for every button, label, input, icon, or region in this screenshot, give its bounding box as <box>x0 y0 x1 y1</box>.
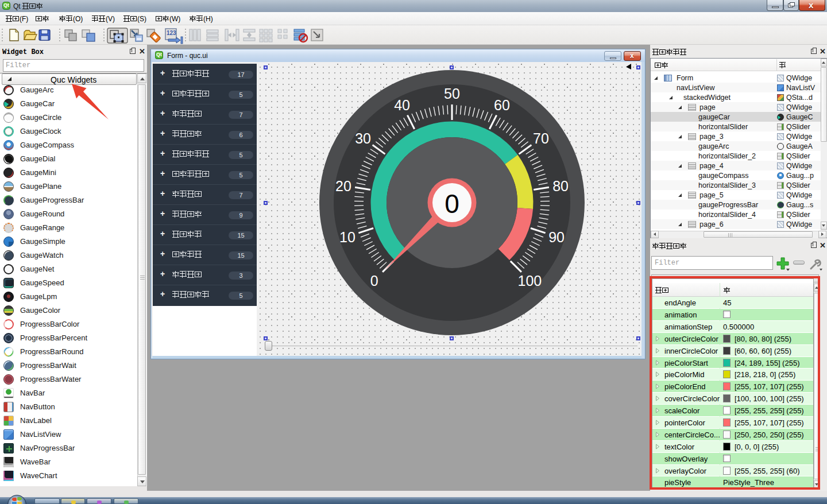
svg-text:0: 0 <box>445 189 459 219</box>
svg-text:70: 70 <box>532 130 548 146</box>
svg-text:50: 50 <box>444 85 460 101</box>
svg-text:80: 80 <box>552 178 569 194</box>
svg-text:123: 123 <box>167 30 176 36</box>
svg-text:30: 30 <box>355 130 371 146</box>
svg-text:0: 0 <box>370 273 378 289</box>
svg-text:20: 20 <box>335 178 351 194</box>
svg-text:40: 40 <box>394 97 410 113</box>
svg-text:90: 90 <box>548 229 565 245</box>
svg-text:10: 10 <box>339 229 355 245</box>
svg-text:100: 100 <box>517 273 542 289</box>
svg-text:60: 60 <box>493 97 509 113</box>
